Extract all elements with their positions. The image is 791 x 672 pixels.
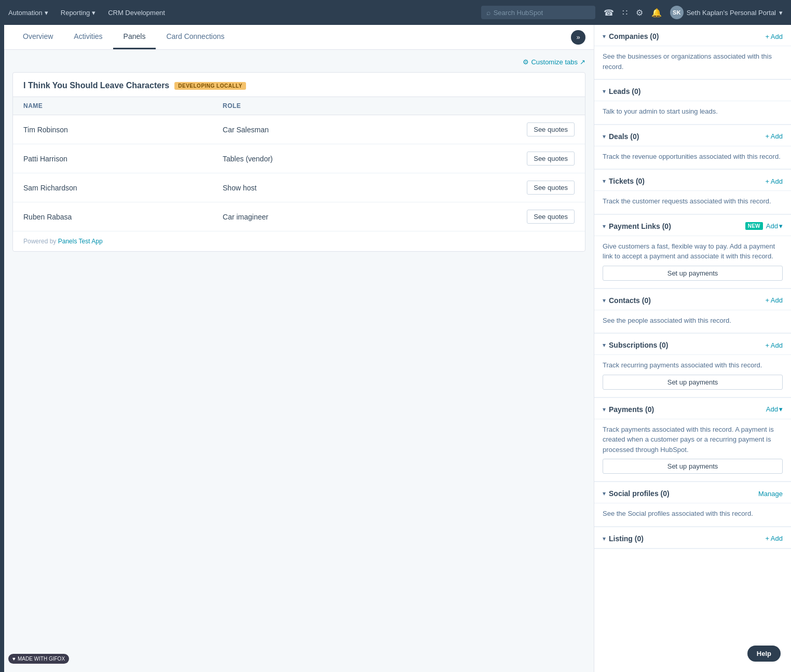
badge-new: NEW xyxy=(745,222,763,230)
setup-payments-button-subscriptions[interactable]: Set up payments xyxy=(603,375,783,390)
chevron-down-icon[interactable]: ▾ xyxy=(603,223,606,230)
search-icon: ⌕ xyxy=(486,8,490,17)
nav-reporting[interactable]: Reporting ▾ xyxy=(61,9,96,17)
heart-icon: ♥ xyxy=(12,656,16,662)
section-title-leads: Leads (0) xyxy=(609,87,783,95)
chevron-down-icon[interactable]: ▾ xyxy=(603,341,606,349)
section-add-deals[interactable]: + Add xyxy=(765,132,783,140)
see-quotes-button[interactable]: See quotes xyxy=(527,210,575,224)
collapse-sidebar-button[interactable]: » xyxy=(571,30,585,45)
chevron-down-icon[interactable]: ▾ xyxy=(603,490,606,497)
panels-test-app-link[interactable]: Panels Test App xyxy=(58,238,103,245)
developing-locally-badge: DEVELOPING LOCALLY xyxy=(174,82,246,90)
section-title-payment-links: Payment Links (0) xyxy=(609,222,742,230)
section-header-social-profiles: ▾ Social profiles (0) Manage xyxy=(594,482,791,503)
cell-name: Ruben Rabasa xyxy=(13,202,212,231)
left-sidebar xyxy=(0,25,4,672)
grid-icon[interactable]: ∷ xyxy=(622,8,628,18)
settings-icon[interactable]: ⚙ xyxy=(636,8,643,18)
bell-icon[interactable]: 🔔 xyxy=(651,8,662,18)
cell-role: Car Salesman xyxy=(212,115,402,144)
section-header-tickets: ▾ Tickets (0) + Add xyxy=(594,170,791,191)
chevron-down-icon: ▾ xyxy=(779,405,783,413)
table-row: Patti Harrison Tables (vendor) See quote… xyxy=(13,144,585,173)
characters-table: NAME ROLE Tim Robinson Car Salesman See … xyxy=(13,97,585,231)
section-add-companies[interactable]: + Add xyxy=(765,33,783,40)
chevron-down-icon[interactable]: ▾ xyxy=(603,177,606,185)
setup-payments-button-payments[interactable]: Set up payments xyxy=(603,459,783,474)
section-add-subscriptions[interactable]: + Add xyxy=(765,341,783,349)
cell-action: See quotes xyxy=(402,173,585,202)
section-add-listing[interactable]: + Add xyxy=(765,534,783,542)
global-search[interactable]: ⌕ xyxy=(481,6,595,19)
search-input[interactable] xyxy=(494,9,590,17)
section-body-deals: Track the revenue opportunities associat… xyxy=(594,146,791,170)
customize-tabs-link[interactable]: ⚙ Customize tabs ↗ xyxy=(12,58,585,66)
tabs-bar: Overview Activities Panels Card Connecti… xyxy=(4,25,594,50)
section-add-dropdown-payments[interactable]: Add ▾ xyxy=(766,405,783,413)
settings-icon: ⚙ xyxy=(523,58,529,66)
chevron-down-icon[interactable]: ▾ xyxy=(603,88,606,95)
section-body-payments: Track payments associated with this reco… xyxy=(594,419,791,482)
section-title-tickets: Tickets (0) xyxy=(609,177,762,185)
nav-automation[interactable]: Automation ▾ xyxy=(8,9,48,17)
section-manage-social-profiles[interactable]: Manage xyxy=(758,490,783,498)
cell-action: See quotes xyxy=(402,144,585,173)
panel-header: I Think You Should Leave Characters DEVE… xyxy=(13,73,585,97)
chevron-down-icon[interactable]: ▾ xyxy=(603,297,606,304)
col-action xyxy=(402,97,585,115)
section-body-contacts: See the people associated with this reco… xyxy=(594,310,791,334)
section-title-deals: Deals (0) xyxy=(609,132,762,141)
section-social-profiles: ▾ Social profiles (0) Manage See the Soc… xyxy=(594,482,791,527)
user-name: Seth Kaplan's Personal Portal xyxy=(687,9,776,17)
chevron-down-icon: ▾ xyxy=(92,9,96,17)
chevron-down-icon[interactable]: ▾ xyxy=(603,133,606,140)
tab-card-connections[interactable]: Card Connections xyxy=(156,25,235,49)
section-header-subscriptions: ▾ Subscriptions (0) + Add xyxy=(594,334,791,355)
chevron-down-icon[interactable]: ▾ xyxy=(603,406,606,413)
section-body-subscriptions: Track recurring payments associated with… xyxy=(594,355,791,397)
section-payments: ▾ Payments (0) Add ▾ Track payments asso… xyxy=(594,398,791,483)
avatar: SK xyxy=(670,6,684,19)
chevron-down-icon[interactable]: ▾ xyxy=(603,33,606,40)
help-button[interactable]: Help xyxy=(747,646,781,662)
table-row: Sam Richardson Show host See quotes xyxy=(13,173,585,202)
section-body-leads: Talk to your admin to start using leads. xyxy=(594,101,791,125)
setup-payments-button-payment-links[interactable]: Set up payments xyxy=(603,266,783,281)
section-companies: ▾ Companies (0) + Add See the businesses… xyxy=(594,25,791,80)
section-add-contacts[interactable]: + Add xyxy=(765,296,783,304)
section-add-dropdown-payment-links[interactable]: Add ▾ xyxy=(766,222,783,230)
section-title-social-profiles: Social profiles (0) xyxy=(609,489,755,498)
section-payment-links: ▾ Payment Links (0) NEW Add ▾ Give custo… xyxy=(594,215,791,289)
tab-activities[interactable]: Activities xyxy=(63,25,113,49)
section-header-deals: ▾ Deals (0) + Add xyxy=(594,125,791,146)
section-title-listing: Listing (0) xyxy=(609,534,762,543)
cell-action: See quotes xyxy=(402,115,585,144)
section-tickets: ▾ Tickets (0) + Add Track the customer r… xyxy=(594,170,791,215)
user-menu[interactable]: SK Seth Kaplan's Personal Portal ▾ xyxy=(670,6,783,19)
tab-overview[interactable]: Overview xyxy=(12,25,63,49)
section-leads: ▾ Leads (0) Talk to your admin to start … xyxy=(594,80,791,125)
chevron-down-icon[interactable]: ▾ xyxy=(603,535,606,542)
table-row: Tim Robinson Car Salesman See quotes xyxy=(13,115,585,144)
see-quotes-button[interactable]: See quotes xyxy=(527,122,575,136)
section-body-payment-links: Give customers a fast, flexible way to p… xyxy=(594,236,791,289)
section-add-tickets[interactable]: + Add xyxy=(765,177,783,185)
see-quotes-button[interactable]: See quotes xyxy=(527,181,575,195)
phone-icon[interactable]: ☎ xyxy=(604,8,614,18)
section-contacts: ▾ Contacts (0) + Add See the people asso… xyxy=(594,289,791,334)
content-area: ⚙ Customize tabs ↗ I Think You Should Le… xyxy=(4,50,594,672)
section-header-contacts: ▾ Contacts (0) + Add xyxy=(594,289,791,310)
cell-name: Tim Robinson xyxy=(13,115,212,144)
see-quotes-button[interactable]: See quotes xyxy=(527,152,575,166)
section-title-companies: Companies (0) xyxy=(609,32,762,40)
section-header-payments: ▾ Payments (0) Add ▾ xyxy=(594,398,791,419)
external-link-icon: ↗ xyxy=(580,58,585,66)
section-header-payment-links: ▾ Payment Links (0) NEW Add ▾ xyxy=(594,215,791,236)
cell-name: Patti Harrison xyxy=(13,144,212,173)
col-name: NAME xyxy=(13,97,212,115)
panel-title: I Think You Should Leave Characters xyxy=(23,81,169,90)
nav-crm-development[interactable]: CRM Development xyxy=(108,9,165,17)
tab-panels[interactable]: Panels xyxy=(113,25,156,49)
panel-card: I Think You Should Leave Characters DEVE… xyxy=(12,72,585,252)
